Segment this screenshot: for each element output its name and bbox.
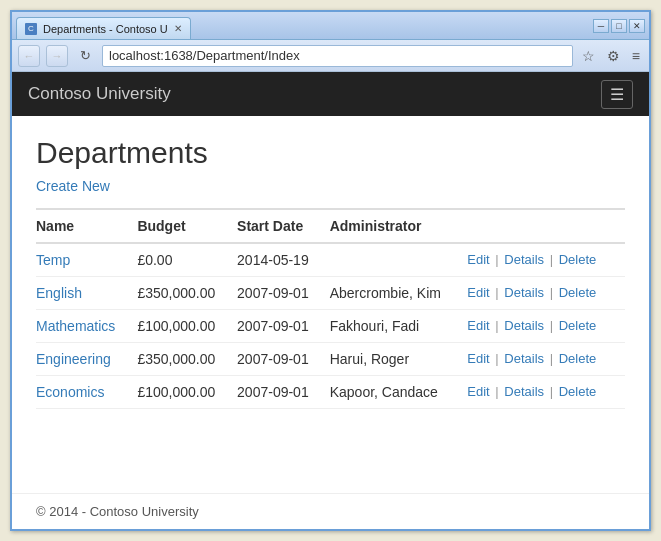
hamburger-button[interactable]: ☰ xyxy=(601,80,633,109)
dept-actions-cell: Edit | Details | Delete xyxy=(467,343,625,376)
edit-link[interactable]: Edit xyxy=(467,285,489,300)
dept-name-cell: Engineering xyxy=(36,343,137,376)
dept-admin-cell xyxy=(330,243,468,277)
edit-link[interactable]: Edit xyxy=(467,252,489,267)
delete-link[interactable]: Delete xyxy=(559,285,597,300)
page-footer: © 2014 - Contoso University xyxy=(12,493,649,529)
sep1: | xyxy=(492,351,503,366)
delete-link[interactable]: Delete xyxy=(559,252,597,267)
dept-admin-cell: Fakhouri, Fadi xyxy=(330,310,468,343)
sep2: | xyxy=(546,384,557,399)
delete-link[interactable]: Delete xyxy=(559,318,597,333)
active-tab[interactable]: C Departments - Contoso U ✕ xyxy=(16,17,191,39)
table-body: Temp£0.002014-05-19Edit | Details | Dele… xyxy=(36,243,625,409)
close-button[interactable]: ✕ xyxy=(629,19,645,33)
table-row: Economics£100,000.002007-09-01Kapoor, Ca… xyxy=(36,376,625,409)
sep2: | xyxy=(546,318,557,333)
bookmark-icon[interactable]: ☆ xyxy=(579,46,598,66)
edit-link[interactable]: Edit xyxy=(467,318,489,333)
maximize-button[interactable]: □ xyxy=(611,19,627,33)
dept-start-date-cell: 2007-09-01 xyxy=(237,277,330,310)
create-new-link[interactable]: Create New xyxy=(36,178,110,194)
dept-start-date-cell: 2007-09-01 xyxy=(237,376,330,409)
sep1: | xyxy=(492,318,503,333)
minimize-button[interactable]: ─ xyxy=(593,19,609,33)
delete-link[interactable]: Delete xyxy=(559,384,597,399)
dept-name-cell: Economics xyxy=(36,376,137,409)
sep2: | xyxy=(546,252,557,267)
dept-name-link[interactable]: English xyxy=(36,285,82,301)
delete-link[interactable]: Delete xyxy=(559,351,597,366)
dept-admin-cell: Harui, Roger xyxy=(330,343,468,376)
dept-name-link[interactable]: Economics xyxy=(36,384,104,400)
details-link[interactable]: Details xyxy=(504,318,544,333)
departments-table: Name Budget Start Date Administrator Tem… xyxy=(36,208,625,409)
dept-name-cell: English xyxy=(36,277,137,310)
dept-name-link[interactable]: Temp xyxy=(36,252,70,268)
dept-admin-cell: Abercrombie, Kim xyxy=(330,277,468,310)
table-row: Temp£0.002014-05-19Edit | Details | Dele… xyxy=(36,243,625,277)
footer-text: © 2014 - Contoso University xyxy=(36,504,199,519)
page-content: Departments Create New Name Budget Start… xyxy=(12,116,649,493)
col-header-administrator: Administrator xyxy=(330,209,468,243)
sep2: | xyxy=(546,351,557,366)
url-bar[interactable] xyxy=(102,45,573,67)
settings-icon[interactable]: ⚙ xyxy=(604,46,623,66)
table-row: Mathematics£100,000.002007-09-01Fakhouri… xyxy=(36,310,625,343)
details-link[interactable]: Details xyxy=(504,285,544,300)
table-row: Engineering£350,000.002007-09-01Harui, R… xyxy=(36,343,625,376)
table-header: Name Budget Start Date Administrator xyxy=(36,209,625,243)
dept-actions-cell: Edit | Details | Delete xyxy=(467,243,625,277)
tab-favicon: C xyxy=(25,23,37,35)
sep1: | xyxy=(492,252,503,267)
site-navbar: Contoso University ☰ xyxy=(12,72,649,116)
menu-icon[interactable]: ≡ xyxy=(629,46,643,66)
tab-title: Departments - Contoso U xyxy=(43,23,168,35)
dept-budget-cell: £350,000.00 xyxy=(137,343,237,376)
dept-start-date-cell: 2007-09-01 xyxy=(237,310,330,343)
dept-name-link[interactable]: Mathematics xyxy=(36,318,115,334)
dept-start-date-cell: 2014-05-19 xyxy=(237,243,330,277)
sep1: | xyxy=(492,384,503,399)
details-link[interactable]: Details xyxy=(504,252,544,267)
tab-area: C Departments - Contoso U ✕ xyxy=(12,12,589,39)
col-header-start-date: Start Date xyxy=(237,209,330,243)
site-brand[interactable]: Contoso University xyxy=(28,84,171,104)
col-header-budget: Budget xyxy=(137,209,237,243)
window-controls: ─ □ ✕ xyxy=(589,12,649,39)
dept-actions-cell: Edit | Details | Delete xyxy=(467,277,625,310)
refresh-button[interactable]: ↻ xyxy=(74,45,96,67)
dept-budget-cell: £350,000.00 xyxy=(137,277,237,310)
address-bar: ← → ↻ ☆ ⚙ ≡ xyxy=(12,40,649,72)
tab-close-button[interactable]: ✕ xyxy=(174,23,182,34)
title-bar: C Departments - Contoso U ✕ ─ □ ✕ xyxy=(12,12,649,40)
table-row: English£350,000.002007-09-01Abercrombie,… xyxy=(36,277,625,310)
dept-budget-cell: £100,000.00 xyxy=(137,376,237,409)
back-button[interactable]: ← xyxy=(18,45,40,67)
dept-actions-cell: Edit | Details | Delete xyxy=(467,310,625,343)
dept-name-link[interactable]: Engineering xyxy=(36,351,111,367)
dept-budget-cell: £0.00 xyxy=(137,243,237,277)
browser-window: C Departments - Contoso U ✕ ─ □ ✕ ← → ↻ … xyxy=(10,10,651,531)
col-header-actions xyxy=(467,209,625,243)
dept-start-date-cell: 2007-09-01 xyxy=(237,343,330,376)
forward-button[interactable]: → xyxy=(46,45,68,67)
dept-name-cell: Mathematics xyxy=(36,310,137,343)
edit-link[interactable]: Edit xyxy=(467,384,489,399)
dept-name-cell: Temp xyxy=(36,243,137,277)
details-link[interactable]: Details xyxy=(504,384,544,399)
dept-actions-cell: Edit | Details | Delete xyxy=(467,376,625,409)
details-link[interactable]: Details xyxy=(504,351,544,366)
col-header-name: Name xyxy=(36,209,137,243)
page-title: Departments xyxy=(36,136,625,170)
sep2: | xyxy=(546,285,557,300)
dept-admin-cell: Kapoor, Candace xyxy=(330,376,468,409)
edit-link[interactable]: Edit xyxy=(467,351,489,366)
sep1: | xyxy=(492,285,503,300)
dept-budget-cell: £100,000.00 xyxy=(137,310,237,343)
